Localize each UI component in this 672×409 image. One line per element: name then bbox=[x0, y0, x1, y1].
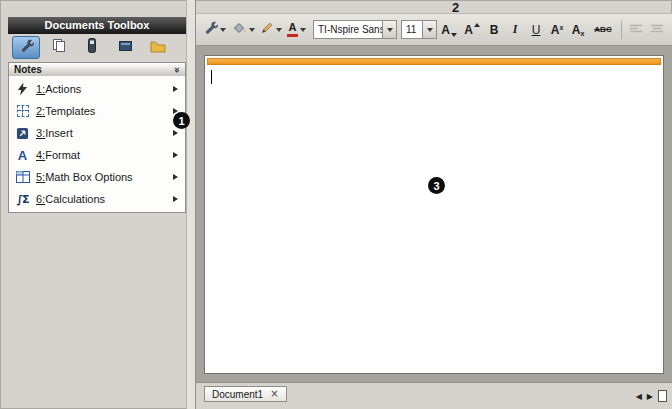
submenu-arrow-icon bbox=[173, 196, 178, 202]
page-navigation: ◀ ▶ bbox=[636, 390, 667, 402]
menu-item-format[interactable]: A 4:Format bbox=[9, 144, 185, 166]
increase-font-size-button[interactable]: A bbox=[461, 18, 483, 42]
callout-2: 2 bbox=[452, 0, 459, 15]
subscript-button[interactable]: A x bbox=[568, 18, 588, 42]
document-tab-bar: Document1 × ◀ ▶ bbox=[196, 383, 672, 409]
panel-splitter[interactable] bbox=[186, 0, 196, 409]
menu-item-label: 2:Templates bbox=[36, 105, 95, 117]
italic-button[interactable]: I bbox=[505, 18, 525, 42]
paint-bucket-icon bbox=[231, 21, 247, 39]
underline-button[interactable]: U bbox=[526, 18, 546, 42]
callout-3: 3 bbox=[428, 177, 445, 194]
strikethrough-button[interactable]: ABC bbox=[589, 18, 617, 42]
format-a-icon: A bbox=[13, 147, 32, 163]
document-tab[interactable]: Document1 × bbox=[204, 386, 287, 402]
menu-item-label: 4:Format bbox=[36, 149, 80, 161]
submenu-arrow-icon bbox=[173, 86, 178, 92]
dropdown-arrow-icon bbox=[276, 28, 282, 32]
align-left-button[interactable] bbox=[626, 18, 646, 42]
font-family-select[interactable]: TI-Nspire Sans bbox=[313, 20, 397, 39]
menu-item-label: 5:Math Box Options bbox=[36, 171, 133, 183]
submenu-arrow-icon bbox=[173, 130, 178, 136]
menu-item-actions[interactable]: 1:Actions bbox=[9, 78, 185, 100]
align-center-button[interactable] bbox=[647, 18, 667, 42]
fill-color-button[interactable] bbox=[229, 17, 257, 43]
arrow-up-icon bbox=[474, 23, 480, 27]
font-size-select[interactable]: 11 bbox=[401, 20, 437, 39]
font-family-dropdown-button[interactable] bbox=[382, 21, 396, 38]
formatting-toolbar: A TI-Nspire Sans 11 A A B bbox=[196, 13, 672, 46]
document-tools-button[interactable] bbox=[201, 17, 228, 43]
smartview-icon bbox=[85, 38, 99, 57]
notes-panel-header[interactable]: Notes « bbox=[8, 62, 186, 77]
text-color-icon: A bbox=[287, 22, 298, 37]
toolbox-tab-smartview[interactable] bbox=[78, 36, 106, 59]
dropdown-arrow-icon bbox=[300, 28, 306, 32]
toolbox-tab-bar bbox=[8, 34, 186, 61]
dropdown-arrow-icon bbox=[249, 28, 255, 32]
menu-item-calculations[interactable]: ∫Σ 6:Calculations bbox=[9, 188, 185, 210]
page-sorter-icon bbox=[51, 38, 67, 57]
content-explorer-icon bbox=[150, 39, 166, 57]
text-color-button[interactable]: A bbox=[285, 17, 308, 43]
menu-item-label: 3:Insert bbox=[36, 127, 73, 139]
wrench-icon bbox=[203, 20, 218, 39]
callout-1: 1 bbox=[173, 112, 190, 129]
notes-panel-title: Notes bbox=[14, 64, 42, 75]
document-tab-label: Document1 bbox=[212, 389, 263, 400]
menu-item-math-box-options[interactable]: 5:Math Box Options bbox=[9, 166, 185, 188]
page-forward-button[interactable]: ▶ bbox=[647, 392, 653, 401]
insert-icon bbox=[13, 125, 32, 141]
font-family-value: TI-Nspire Sans bbox=[314, 24, 382, 35]
toolbox-tab-document-tools[interactable] bbox=[12, 36, 40, 59]
decrease-font-size-button[interactable]: A bbox=[438, 18, 460, 42]
arrow-down-icon bbox=[451, 33, 457, 37]
menu-item-label: 6:Calculations bbox=[36, 193, 105, 205]
pencil-icon bbox=[260, 21, 274, 39]
page-sorter-button[interactable] bbox=[658, 390, 667, 402]
documents-toolbox-title: Documents Toolbox bbox=[8, 17, 186, 34]
math-box-icon bbox=[13, 169, 32, 185]
submenu-arrow-icon bbox=[173, 152, 178, 158]
font-size-value: 11 bbox=[402, 24, 422, 35]
toolbar-divider bbox=[621, 21, 622, 39]
align-center-icon bbox=[651, 23, 663, 37]
superscript-button[interactable]: A x bbox=[547, 18, 567, 42]
font-size-dropdown-button[interactable] bbox=[422, 21, 436, 38]
notes-menu: 1:Actions 2:Templates 3:Insert A 4:Forma… bbox=[8, 76, 186, 213]
align-right-button[interactable] bbox=[668, 18, 672, 42]
documents-toolbox: Documents Toolbox bbox=[0, 0, 186, 409]
utilities-icon bbox=[118, 39, 133, 57]
menu-item-templates[interactable]: 2:Templates bbox=[9, 100, 185, 122]
dropdown-arrow-icon bbox=[220, 28, 226, 32]
document-workspace bbox=[196, 46, 672, 383]
page-header-bar bbox=[207, 58, 661, 65]
actions-lightning-icon bbox=[13, 81, 32, 97]
dropdown-arrow-icon bbox=[427, 28, 433, 32]
page-back-button[interactable]: ◀ bbox=[636, 392, 642, 401]
workspace: A TI-Nspire Sans 11 A A B bbox=[196, 0, 672, 409]
align-left-icon bbox=[630, 23, 642, 37]
menu-item-label: 1:Actions bbox=[36, 83, 81, 95]
templates-grid-icon bbox=[13, 103, 32, 119]
notes-page[interactable] bbox=[204, 55, 664, 374]
bold-button[interactable]: B bbox=[484, 18, 504, 42]
menu-item-insert[interactable]: 3:Insert bbox=[9, 122, 185, 144]
toolbox-tab-utilities[interactable] bbox=[111, 36, 139, 59]
line-color-button[interactable] bbox=[258, 17, 284, 43]
document-tools-icon bbox=[19, 38, 34, 57]
tinspire-window: Documents Toolbox bbox=[0, 0, 672, 409]
toolbox-tab-content-explorer[interactable] bbox=[144, 36, 172, 59]
submenu-arrow-icon bbox=[173, 174, 178, 180]
color-swatch-bar bbox=[287, 34, 298, 37]
toolbox-tab-page-sorter[interactable] bbox=[45, 36, 73, 59]
dropdown-arrow-icon bbox=[387, 28, 393, 32]
calculations-sigma-icon: ∫Σ bbox=[13, 191, 32, 207]
close-document-icon[interactable]: × bbox=[270, 389, 278, 399]
text-cursor bbox=[211, 70, 212, 84]
collapse-panel-icon[interactable]: « bbox=[172, 66, 182, 72]
